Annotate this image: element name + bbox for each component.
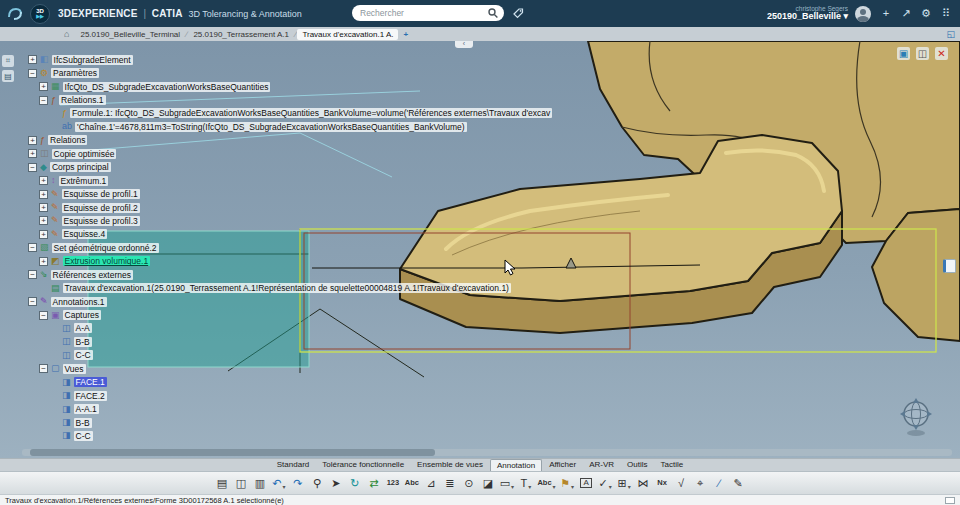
table-icon[interactable]: ⊞▾ [616,474,633,493]
expand-icon[interactable]: + [39,190,48,199]
expand-icon[interactable]: + [39,203,48,212]
measure-angle-icon[interactable]: ⊿ [422,474,439,493]
tree-item[interactable]: ◫A-A [28,322,552,335]
roughness-icon[interactable]: √ [673,474,690,493]
toolbar-tab-outils[interactable]: Outils [621,459,653,471]
collapse-icon[interactable]: − [28,297,37,306]
copy-icon[interactable]: ◫ [232,474,249,493]
panel-collapse-handle[interactable]: ‹ [455,41,473,48]
panel-toggle-icon[interactable]: ▤ [2,70,14,82]
tree-item[interactable]: ▤Travaux d'excavation.1(25.0190_Terrasse… [28,281,552,294]
collapse-icon[interactable]: − [28,270,37,279]
collapse-icon[interactable]: − [39,96,48,105]
weld-symbol-icon[interactable]: ⋈ [635,474,652,493]
document-tab-3[interactable]: Travaux d'excavation.1 A. [297,29,398,40]
collapse-icon[interactable]: − [39,364,48,373]
collapse-icon[interactable]: − [28,69,37,78]
tree-item[interactable]: ab'Chaîne.1'=4678,811m3=ToString(IfcQto_… [28,120,552,133]
tree-item[interactable]: ◨C-C [28,429,552,442]
zoom-icon[interactable]: ⚲ [308,474,325,493]
collapse-icon[interactable]: − [39,311,48,320]
measure-123-icon[interactable]: 123 [384,474,401,493]
tree-item[interactable]: −ƒRelations.1 [28,93,552,106]
section-view-icon[interactable]: ◪ [479,474,496,493]
text-note-icon[interactable]: Abc▾ [536,474,556,493]
collapse-icon[interactable]: − [28,243,37,252]
expand-icon[interactable]: + [39,82,48,91]
datum-frame-icon[interactable]: A [578,474,595,493]
3dplay-badge[interactable]: 3D ▶▶ [30,4,50,24]
tree-item[interactable]: +▦IfcQto_DS_SubgradeExcavationWorksBaseQ… [28,80,552,93]
toolbar-tab-tactile[interactable]: Tactile [655,459,690,471]
navigation-compass[interactable] [894,394,938,438]
toolbar-tab-standard[interactable]: Standard [271,459,315,471]
toolbar-tab-ar-vr[interactable]: AR-VR [583,459,620,471]
datum-target-icon[interactable]: ⌖ [692,474,709,493]
3d-viewport[interactable]: ‹ ⌗▤ ▣◫✕ +◧IfcSubgradeElement−⚙Paramètre… [0,41,960,458]
toolbar-tab-annotation[interactable]: Annotation [490,459,542,472]
home-icon[interactable]: ⌂ [64,29,69,39]
tree-item[interactable]: +◫Copie optimisée [28,147,552,160]
tree-item[interactable]: ◫B-B [28,335,552,348]
tree-item[interactable]: ƒFormule.1: IfcQto_DS_SubgradeExcavation… [28,107,552,120]
update-icon[interactable]: ↻ [346,474,363,493]
maximize-icon[interactable]: ◱ [946,29,955,39]
tree-item[interactable]: +↕Extrêmum.1 [28,174,552,187]
add-tab-button[interactable]: + [398,30,413,39]
avatar[interactable] [855,6,871,22]
tree-item[interactable]: ◨A-A.1 [28,402,552,415]
undo-icon[interactable]: ↶▾ [270,474,287,493]
capture-screen-icon[interactable]: ▣ [897,47,910,60]
apps-grid-icon[interactable]: ⠿ [938,7,954,20]
annotation-plane-icon[interactable]: ∕ [711,474,728,493]
toolbar-tab-ensemble-de-vues[interactable]: Ensemble de vues [411,459,489,471]
tree-item[interactable]: ◫C-C [28,349,552,362]
document-tab-1[interactable]: 25.0190_Belleville_Terminal [75,29,185,40]
tenant-selector[interactable]: 250190_Belleville ▾ [767,12,848,22]
tree-item[interactable]: +ƒRelations [28,134,552,147]
expand-icon[interactable]: + [28,136,37,145]
status-panel-icon[interactable] [945,497,955,504]
close-icon[interactable]: ✕ [935,47,948,60]
toolbar-tab-tol-rance-fonctionnelle[interactable]: Tolérance fonctionnelle [316,459,410,471]
scrollbar-thumb[interactable] [30,449,435,456]
tree-item[interactable]: ◨FACE.2 [28,389,552,402]
expand-icon[interactable]: + [28,55,37,64]
panel-icon[interactable]: ◫ [916,47,929,60]
paste-special-icon[interactable]: ▥ [251,474,268,493]
hide-show-icon[interactable]: ⊙ [460,474,477,493]
paste-icon[interactable]: ▤ [213,474,230,493]
tree-item[interactable]: +✎Esquisse de profil.1 [28,187,552,200]
tree-item[interactable]: −✎Annotations.1 [28,295,552,308]
tag-icon[interactable] [512,7,524,19]
toolbar-tab-afficher[interactable]: Afficher [543,459,582,471]
tree-item[interactable]: ◨FACE.1 [28,376,552,389]
document-tab-2[interactable]: 25.0190_Terrassement A.1 [188,29,294,40]
tree-item[interactable]: −▢Vues [28,362,552,375]
tree-item[interactable]: +✎Esquisse.4 [28,228,552,241]
view-selector-icon[interactable]: ▭▾ [498,474,515,493]
paint-icon[interactable]: ✎ [730,474,747,493]
expand-icon[interactable]: + [28,149,37,158]
share-icon[interactable]: ↗ [898,7,914,20]
search-icon[interactable] [488,8,498,18]
add-icon[interactable]: + [878,7,894,20]
horizontal-scrollbar[interactable] [22,449,952,456]
expand-icon[interactable]: + [39,257,48,266]
settings-icon[interactable]: ⚙ [918,7,934,20]
tree-item[interactable]: −◆Corps principal [28,161,552,174]
measure-abc-icon[interactable]: Abc [403,474,420,493]
user-info[interactable]: christophe Segers 250190_Belleville ▾ [767,5,848,22]
collapse-icon[interactable]: − [28,163,37,172]
tree-item[interactable]: ◨B-B [28,416,552,429]
expand-icon[interactable]: + [39,176,48,185]
flag-note-icon[interactable]: ⚑▾ [559,474,576,493]
swap-visible-icon[interactable]: ⇄ [365,474,382,493]
tree-item[interactable]: −⚙Paramètres [28,66,552,79]
text-tool-icon[interactable]: T▾ [517,474,534,493]
expand-icon[interactable]: + [39,216,48,225]
tolerance-check-icon[interactable]: ✓▾ [597,474,614,493]
search-input[interactable] [352,5,504,21]
expand-icon[interactable]: + [39,230,48,239]
tree-item[interactable]: −▧Set géométrique ordonné.2 [28,241,552,254]
